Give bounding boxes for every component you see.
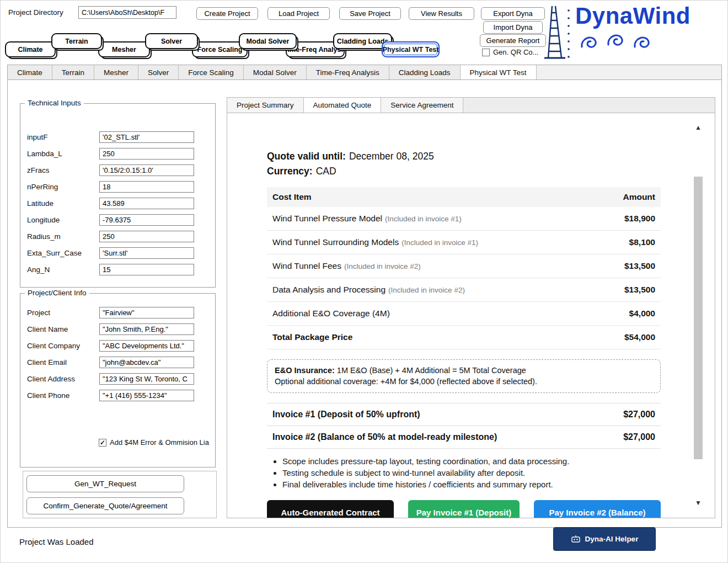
tab-physical-wt-test[interactable]: Physical WT Test bbox=[461, 65, 537, 79]
field-label: zFracs bbox=[27, 166, 99, 174]
ai-robot-icon bbox=[571, 535, 581, 543]
auto-generated-contract-button[interactable]: Auto-Generated Contract bbox=[267, 500, 394, 518]
field-row-inputf: inputF bbox=[27, 131, 215, 143]
gen-wt-request-button[interactable]: Gen_WT_Request bbox=[26, 475, 184, 492]
invoice-rows: Invoice #1 (Deposit of 50% upfront) $27,… bbox=[267, 403, 661, 449]
cost-note: (Included in invoice #2) bbox=[388, 286, 465, 294]
client-name-field[interactable] bbox=[99, 323, 194, 335]
turbine-mast-icon bbox=[543, 4, 572, 62]
total-label: Total Package Price bbox=[272, 332, 352, 342]
field-row-longitude: Longitude bbox=[27, 214, 215, 226]
nav-button-climate[interactable]: Climate bbox=[5, 41, 56, 57]
dyna-ai-helper-button[interactable]: Dyna-AI Helper bbox=[553, 527, 656, 551]
export-dyna-button[interactable]: Export Dyna bbox=[481, 7, 545, 20]
quote-note: Final deliverables include time historie… bbox=[282, 480, 661, 489]
field-row-client-email: Client Email bbox=[27, 357, 215, 368]
field-label: Client Name bbox=[27, 325, 99, 333]
scrollbar-thumb[interactable] bbox=[694, 177, 703, 459]
technical-inputs-group: Technical Inputs inputF Lambda_L zFracs … bbox=[20, 103, 216, 288]
quote-card: Quote valid until:December 08, 2025 Curr… bbox=[255, 140, 673, 518]
cost-row-surrounding-models: Wind Tunnel Surrounding Models(Included … bbox=[267, 231, 661, 254]
scroll-up-arrow[interactable]: ▲ bbox=[695, 124, 702, 131]
cost-amount: $13,500 bbox=[624, 261, 655, 271]
client-company-field[interactable] bbox=[99, 340, 194, 352]
gen-qr-checkbox[interactable] bbox=[482, 49, 490, 56]
client-phone-field[interactable] bbox=[99, 390, 194, 401]
nav-button-solver[interactable]: Solver bbox=[145, 33, 198, 49]
dynawind-logo: DynaWind bbox=[543, 4, 690, 62]
quote-valid-label: Quote valid until: bbox=[267, 151, 346, 162]
dotted-line-icon bbox=[568, 9, 570, 58]
latitude-field[interactable] bbox=[99, 198, 194, 209]
total-package-row: Total Package Price $54,000 bbox=[267, 326, 661, 349]
field-label: Ang_N bbox=[27, 265, 99, 274]
tab-cladding-loads[interactable]: Cladding Loads bbox=[389, 65, 461, 79]
eo-liability-checkbox[interactable] bbox=[99, 439, 106, 447]
eo-liability-checkbox-label: Add $4M Error & Ommision Lia bbox=[110, 438, 209, 447]
create-project-button[interactable]: Create Project bbox=[196, 7, 258, 20]
save-project-button[interactable]: Save Project bbox=[339, 7, 401, 20]
client-address-field[interactable] bbox=[99, 373, 194, 385]
tab-mesher[interactable]: Mesher bbox=[94, 65, 138, 79]
eo-liability-checkbox-row[interactable]: Add $4M Error & Ommision Lia bbox=[99, 438, 209, 447]
nav-button-mesher[interactable]: Mesher bbox=[98, 41, 150, 57]
client-email-field[interactable] bbox=[99, 357, 194, 368]
total-amount: $54,000 bbox=[624, 332, 655, 342]
project-directory-input[interactable] bbox=[78, 6, 176, 19]
gen-qr-checkbox-row[interactable]: Gen. QR Co... bbox=[482, 48, 538, 56]
generate-report-button[interactable]: Generate Report bbox=[480, 34, 546, 47]
field-label: Client Address bbox=[27, 375, 99, 383]
field-row-project: Project bbox=[27, 307, 215, 318]
quote-notes-list: Scope includes pressure-tap layout, test… bbox=[282, 456, 661, 489]
field-row-ang-n: Ang_N bbox=[27, 264, 215, 275]
ang-n-field[interactable] bbox=[99, 264, 194, 275]
zfracs-field[interactable] bbox=[99, 164, 194, 176]
project-client-info-group: Project/Client Info Project Client Name … bbox=[20, 293, 216, 468]
currency-value: CAD bbox=[316, 166, 336, 177]
longitude-field[interactable] bbox=[99, 214, 194, 226]
tab-force-scaling[interactable]: Force Scaling bbox=[179, 65, 244, 79]
invoice2-row: Invoice #2 (Balance of 50% at model-read… bbox=[267, 426, 661, 449]
cost-row-pressure-model: Wind Tunnel Pressure Model(Included in i… bbox=[267, 207, 661, 231]
cost-item-header: Cost Item bbox=[272, 192, 312, 202]
cost-note: (Included in invoice #2) bbox=[344, 262, 421, 270]
pay-invoice2-button[interactable]: Pay Invoice #2 (Balance) bbox=[534, 500, 661, 518]
logo-wordmark: DynaWind bbox=[575, 4, 690, 28]
load-project-button[interactable]: Load Project bbox=[267, 7, 330, 20]
dynawind-window: Project Directory Create Project Load Pr… bbox=[0, 0, 728, 563]
lambda-field[interactable] bbox=[99, 148, 194, 160]
cost-row-eo-coverage: Additional E&O Coverage (4M) $4,000 bbox=[267, 302, 661, 326]
tab-climate[interactable]: Climate bbox=[8, 65, 52, 79]
pay-invoice1-button[interactable]: Pay Invoice #1 (Deposit) bbox=[408, 500, 520, 518]
inputf-field[interactable] bbox=[99, 131, 194, 143]
cost-name: Additional E&O Coverage (4M) bbox=[272, 309, 390, 318]
view-results-button[interactable]: View Results bbox=[409, 7, 474, 20]
radius-field[interactable] bbox=[99, 231, 194, 242]
scroll-down-arrow[interactable]: ▼ bbox=[695, 500, 702, 506]
cost-row-tunnel-fees: Wind Tunnel Fees(Included in invoice #2)… bbox=[267, 254, 661, 278]
tab-terrain[interactable]: Terrain bbox=[52, 65, 94, 79]
tab-modal-solver[interactable]: Modal Solver bbox=[244, 65, 307, 79]
surr-case-field[interactable] bbox=[99, 247, 194, 259]
nav-button-terrain[interactable]: Terrain bbox=[51, 33, 102, 49]
insurance-line2: Optional additional coverage: +4M for $4… bbox=[275, 376, 653, 387]
nperring-field[interactable] bbox=[99, 181, 194, 193]
ai-helper-label: Dyna-AI Helper bbox=[585, 535, 639, 543]
cost-row-data-analysis: Data Analysis and Processing(Included in… bbox=[267, 278, 661, 302]
tab-automated-quote[interactable]: Automated Quote bbox=[304, 98, 382, 113]
tab-solver[interactable]: Solver bbox=[138, 65, 179, 79]
invoice2-amount: $27,000 bbox=[623, 432, 655, 442]
nav-button-modal-solver[interactable]: Modal Solver bbox=[239, 33, 297, 49]
wind-swirl-icon bbox=[580, 30, 662, 55]
project-field[interactable] bbox=[99, 307, 194, 318]
left-actions-box: Gen_WT_Request Confirm_Generate_Quote/Ag… bbox=[23, 471, 217, 518]
confirm-generate-quote-button[interactable]: Confirm_Generate_Quote/Agreement bbox=[26, 497, 184, 514]
tab-service-agreement[interactable]: Service Agreement bbox=[381, 98, 463, 113]
field-label: inputF bbox=[27, 133, 99, 141]
tab-project-summary[interactable]: Project Summary bbox=[227, 98, 304, 113]
field-row-client-address: Client Address bbox=[27, 373, 215, 385]
import-dyna-button[interactable]: Import Dyna bbox=[483, 21, 543, 34]
tab-time-freq[interactable]: Time-Freq Analysis bbox=[307, 65, 389, 79]
field-row-radius: Radius_m bbox=[27, 231, 215, 242]
nav-button-physical-wt-test[interactable]: Physical WT Test bbox=[382, 41, 440, 57]
